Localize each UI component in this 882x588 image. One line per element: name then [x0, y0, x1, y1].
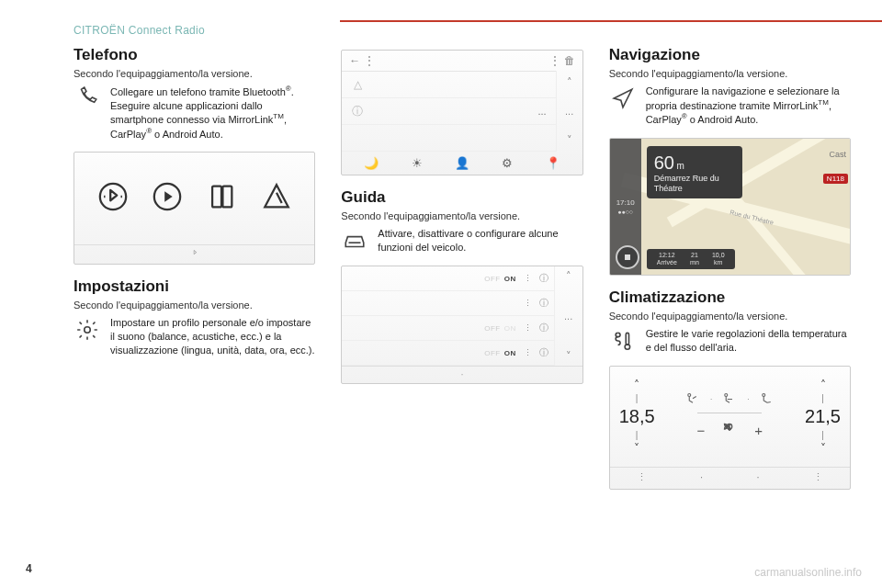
phone-panel-footer: [74, 244, 314, 264]
watermark: carmanualsonline.info: [754, 566, 862, 579]
androidauto-icon[interactable]: [261, 181, 292, 216]
guida-panel-footer: ·: [342, 366, 582, 383]
side-ellipsis: ...: [564, 311, 572, 322]
phone-panel: [74, 152, 315, 265]
airflow-body-icon[interactable]: [721, 391, 738, 407]
nav-side-time: 17:10: [616, 198, 635, 207]
toggle-row[interactable]: OFFON ⋮ⓘ: [342, 341, 553, 366]
toggle-row[interactable]: OFFON ⋮ⓘ: [342, 316, 553, 341]
svg-point-9: [762, 393, 764, 396]
header-divider: [340, 20, 882, 22]
svg-point-6: [625, 345, 629, 349]
footer-dot: ·: [756, 471, 759, 483]
nav-subnote: Secondo l'equipaggiamento/la versione.: [609, 68, 851, 79]
row-ellipsis: ...: [537, 106, 546, 117]
mirrorlink-icon[interactable]: [206, 181, 237, 216]
phone-subnote: Secondo l'equipaggiamento/la versione.: [74, 68, 315, 79]
svg-point-10: [729, 427, 731, 430]
chevron-down-icon[interactable]: ˅: [820, 442, 826, 455]
gear-icon: [74, 316, 101, 344]
airflow-head-icon[interactable]: [684, 391, 701, 407]
toggle-row[interactable]: OFFON ⋮ⓘ: [342, 266, 553, 291]
header-brand: CITROËN Connect Radio: [74, 24, 851, 37]
left-temp-value: 18,5: [619, 405, 655, 428]
svg-rect-3: [223, 187, 232, 208]
climate-title: Climatizzazione: [609, 288, 851, 307]
chevron-up-icon[interactable]: ˄: [566, 270, 571, 282]
map-label: Cast: [829, 150, 846, 159]
footer-menu-icon[interactable]: ⋮: [813, 471, 823, 483]
chevron-down-icon[interactable]: ˅: [567, 134, 572, 146]
svg-point-7: [688, 393, 691, 396]
fan-minus-button[interactable]: −: [697, 423, 706, 438]
chevron-down-icon[interactable]: ˅: [634, 442, 639, 455]
chevron-up-icon[interactable]: ˄: [634, 379, 639, 391]
chevron-up-icon[interactable]: ˄: [567, 76, 572, 88]
pin-icon[interactable]: 📍: [546, 156, 560, 170]
settings-subnote: Secondo l'equipaggiamento/la versione.: [74, 300, 315, 311]
chevron-up-icon[interactable]: ˄: [820, 379, 826, 391]
settings-desc: Impostare un profilo personale e/o impos…: [110, 316, 315, 357]
right-temp-value: 21,5: [805, 405, 841, 428]
nav-desc: Configurare la navigazione e selezionare…: [646, 85, 851, 127]
car-icon: [341, 227, 368, 254]
svg-point-8: [725, 393, 728, 396]
back-icon[interactable]: ← ⋮: [349, 54, 374, 67]
nav-panel[interactable]: N118 Cast Rue du Théatre 17:10 ●●○○ 60 m…: [609, 138, 851, 276]
nav-arrow-icon: [609, 85, 637, 112]
settings-row[interactable]: ⓘ ...: [342, 98, 555, 125]
left-temp-control[interactable]: ˄ | 18,5 | ˅: [619, 379, 655, 455]
play-circle-icon[interactable]: [152, 181, 183, 216]
phone-icon: [74, 85, 101, 112]
right-temp-control[interactable]: ˄ | 21,5 | ˅: [805, 379, 841, 455]
svg-point-4: [85, 327, 91, 334]
guida-desc: Attivare, disattivare o configurare alcu…: [378, 227, 582, 254]
stop-button[interactable]: [616, 245, 639, 269]
nav-title: Navigazione: [609, 46, 851, 64]
phone-desc: Collegare un telefono tramite Bluetooth®…: [110, 85, 315, 141]
user-icon[interactable]: 👤: [455, 156, 469, 170]
fan-icon: [719, 419, 740, 442]
svg-rect-2: [212, 187, 221, 208]
fan-plus-button[interactable]: +: [754, 423, 763, 438]
topbar-right-icons[interactable]: ⋮ 🗑: [549, 54, 574, 67]
settings-row[interactable]: [342, 125, 555, 152]
phone-title: Telefono: [74, 46, 315, 64]
nav-distance: 60: [654, 153, 674, 173]
climate-panel: ˄ | 18,5 | ˅ ·: [609, 366, 851, 490]
footer-menu-icon[interactable]: ⋮: [637, 471, 647, 483]
climate-desc: Gestire le varie regolazioni della tempe…: [646, 327, 851, 355]
airflow-feet-icon[interactable]: [759, 391, 775, 407]
moon-icon[interactable]: 🌙: [364, 156, 379, 170]
guida-subnote: Secondo l'equipaggiamento/la versione.: [341, 210, 582, 221]
settings-panel: ← ⋮ ⋮ 🗑 △ ⓘ ... ˄: [341, 50, 582, 175]
svg-rect-5: [626, 333, 628, 345]
settings-title: Impostazioni: [74, 277, 315, 296]
fan-thermo-icon: [609, 327, 637, 355]
info-icon: ⓘ: [351, 104, 364, 119]
climate-subnote: Secondo l'equipaggiamento/la versione.: [609, 311, 851, 322]
settings-row[interactable]: △: [342, 72, 555, 98]
footer-dot: ·: [700, 471, 703, 483]
bt-small-icon: [190, 249, 199, 260]
road-badge: N118: [823, 174, 848, 184]
bluetooth-circle-icon[interactable]: [97, 181, 129, 216]
triangle-icon: △: [351, 78, 364, 91]
nav-eta-bar: 12:12Arrivée 21mn 10,0km: [647, 249, 735, 268]
page-number: 4: [26, 562, 32, 575]
gear-small-icon[interactable]: ⚙: [502, 156, 513, 170]
side-ellipsis: ...: [565, 106, 573, 117]
nav-instruction-text: Démarrez Rue du Théatre: [654, 174, 735, 194]
guida-title: Guida: [341, 188, 582, 207]
toggle-row[interactable]: ⋮ⓘ: [342, 291, 553, 316]
brightness-icon[interactable]: ☀: [412, 156, 423, 170]
guida-panel: OFFON ⋮ⓘ ⋮ⓘ OFFON ⋮ⓘ OFFON ⋮ⓘ: [341, 266, 582, 384]
nav-instruction-card: 60 m Démarrez Rue du Théatre: [647, 146, 742, 199]
chevron-down-icon[interactable]: ˅: [566, 350, 571, 362]
